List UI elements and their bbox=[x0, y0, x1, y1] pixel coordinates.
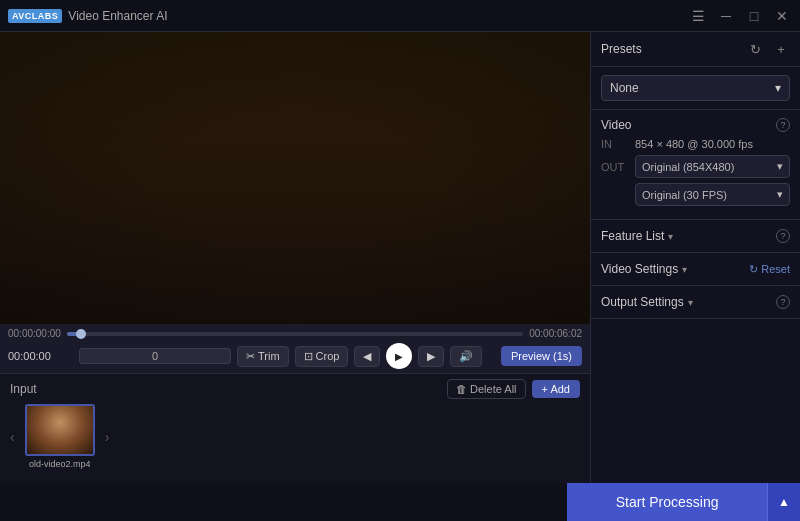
output-settings-section: Output Settings ▾ ? bbox=[591, 286, 800, 319]
video-settings-chevron: ▾ bbox=[682, 264, 687, 275]
video-overlay bbox=[0, 32, 590, 324]
file-thumbnail[interactable]: old-video2.mp4 bbox=[25, 404, 95, 469]
crop-icon: ⊡ bbox=[304, 350, 313, 363]
input-files-list: ‹ old-video2.mp4 › bbox=[0, 404, 590, 469]
presets-select-section: None ▾ bbox=[591, 67, 800, 110]
preview-button[interactable]: Preview (1s) bbox=[501, 346, 582, 366]
presets-selected: None bbox=[610, 81, 639, 95]
minimize-icon[interactable]: ─ bbox=[716, 6, 736, 26]
current-time: 00:00:00 bbox=[8, 350, 73, 362]
feature-list-header[interactable]: Feature List ▾ ? bbox=[591, 220, 800, 252]
scissors-icon: ✂ bbox=[246, 350, 255, 363]
output-settings-header[interactable]: Output Settings ▾ ? bbox=[591, 286, 800, 318]
play-button[interactable]: ▶ bbox=[386, 343, 412, 369]
feature-list-section: Feature List ▾ ? bbox=[591, 220, 800, 253]
timeline-start: 00:00:00:00 bbox=[8, 328, 61, 339]
trash-icon: 🗑 bbox=[456, 383, 467, 395]
main-content: 00:00:00:00 00:00:06:02 00:00:00 ✂ Trim … bbox=[0, 32, 800, 483]
chevron-down-icon: ▾ bbox=[777, 160, 783, 173]
chevron-up-icon: ▲ bbox=[778, 495, 790, 509]
thumb-scene bbox=[27, 406, 93, 454]
input-header: Input 🗑 Delete All + Add bbox=[0, 374, 590, 404]
volume-button[interactable]: 🔊 bbox=[450, 346, 482, 367]
controls-bar: 00:00:00:00 00:00:06:02 00:00:00 ✂ Trim … bbox=[0, 324, 590, 373]
chevron-down-icon: ▾ bbox=[775, 81, 781, 95]
add-button[interactable]: + Add bbox=[532, 380, 580, 398]
crop-button[interactable]: ⊡ Crop bbox=[295, 346, 349, 367]
output-settings-left: Output Settings ▾ bbox=[601, 295, 693, 309]
menu-icon[interactable]: ☰ bbox=[688, 6, 708, 26]
video-help-icon[interactable]: ? bbox=[776, 118, 790, 132]
expand-start-processing-button[interactable]: ▲ bbox=[767, 483, 800, 521]
reset-icon: ↻ bbox=[749, 263, 758, 276]
logo-icon: AVCLABS bbox=[8, 9, 62, 23]
timeline-track[interactable] bbox=[67, 332, 523, 336]
video-resolution-dropdown[interactable]: Original (854X480) ▾ bbox=[635, 155, 790, 178]
output-settings-help-icon[interactable]: ? bbox=[776, 295, 790, 309]
presets-title: Presets bbox=[601, 42, 642, 56]
bottom-bar: Start Processing ▲ bbox=[0, 483, 800, 521]
presets-header: Presets ↻ + bbox=[591, 32, 800, 67]
video-info-section: Video ? IN 854 × 480 @ 30.000 fps OUT Or… bbox=[591, 110, 800, 220]
video-fps-row: Original (30 FPS) ▾ bbox=[601, 183, 790, 206]
video-settings-left: Video Settings ▾ bbox=[601, 262, 687, 276]
start-processing-button[interactable]: Start Processing bbox=[567, 483, 767, 521]
next-frame-button[interactable]: ▶ bbox=[418, 346, 444, 367]
output-settings-title: Output Settings bbox=[601, 295, 684, 309]
frame-count-input[interactable] bbox=[79, 348, 231, 364]
refresh-icon[interactable]: ↻ bbox=[746, 40, 764, 58]
delete-all-button[interactable]: 🗑 Delete All bbox=[447, 379, 525, 399]
right-panel: Presets ↻ + None ▾ Video ? IN bbox=[590, 32, 800, 483]
app-title: Video Enhancer AI bbox=[68, 9, 167, 23]
left-panel: 00:00:00:00 00:00:06:02 00:00:00 ✂ Trim … bbox=[0, 32, 590, 483]
timeline-row: 00:00:00:00 00:00:06:02 bbox=[8, 328, 582, 339]
close-icon[interactable]: ✕ bbox=[772, 6, 792, 26]
video-settings-section: Video Settings ▾ ↻ Reset bbox=[591, 253, 800, 286]
feature-list-title: Feature List bbox=[601, 229, 664, 243]
presets-dropdown[interactable]: None ▾ bbox=[601, 75, 790, 101]
video-out-label: OUT bbox=[601, 161, 629, 173]
video-in-label: IN bbox=[601, 138, 629, 150]
files-next-arrow[interactable]: › bbox=[101, 425, 114, 449]
video-frame bbox=[0, 32, 590, 324]
thumb-label: old-video2.mp4 bbox=[29, 459, 91, 469]
files-prev-arrow[interactable]: ‹ bbox=[6, 425, 19, 449]
playback-row: 00:00:00 ✂ Trim ⊡ Crop ◀ ▶ ▶ 🔊 Preview (… bbox=[8, 343, 582, 369]
trim-button[interactable]: ✂ Trim bbox=[237, 346, 289, 367]
timeline-end: 00:00:06:02 bbox=[529, 328, 582, 339]
fps-value: Original (30 FPS) bbox=[642, 189, 727, 201]
timeline-thumb[interactable] bbox=[76, 329, 86, 339]
video-fps-dropdown[interactable]: Original (30 FPS) ▾ bbox=[635, 183, 790, 206]
input-label: Input bbox=[10, 382, 37, 396]
reset-button[interactable]: ↻ Reset bbox=[749, 263, 790, 276]
titlebar: AVCLABS Video Enhancer AI ☰ ─ □ ✕ bbox=[0, 0, 800, 32]
video-scene bbox=[0, 32, 590, 324]
video-settings-header[interactable]: Video Settings ▾ ↻ Reset bbox=[591, 253, 800, 285]
video-settings-title: Video Settings bbox=[601, 262, 678, 276]
app-logo: AVCLABS Video Enhancer AI bbox=[8, 9, 168, 23]
video-in-row: IN 854 × 480 @ 30.000 fps bbox=[601, 138, 790, 150]
video-section-header: Video ? bbox=[601, 118, 790, 132]
right-panel-scroll: Presets ↻ + None ▾ Video ? IN bbox=[591, 32, 800, 483]
feature-list-chevron: ▾ bbox=[668, 231, 673, 242]
feature-list-left: Feature List ▾ bbox=[601, 229, 673, 243]
input-section: Input 🗑 Delete All + Add ‹ old-video2.mp… bbox=[0, 373, 590, 483]
video-in-value: 854 × 480 @ 30.000 fps bbox=[635, 138, 753, 150]
add-preset-icon[interactable]: + bbox=[772, 40, 790, 58]
prev-frame-button[interactable]: ◀ bbox=[354, 346, 380, 367]
feature-list-help-icon[interactable]: ? bbox=[776, 229, 790, 243]
video-section-title: Video bbox=[601, 118, 631, 132]
resolution-value: Original (854X480) bbox=[642, 161, 734, 173]
maximize-icon[interactable]: □ bbox=[744, 6, 764, 26]
chevron-down-icon: ▾ bbox=[777, 188, 783, 201]
window-controls: ☰ ─ □ ✕ bbox=[688, 6, 792, 26]
input-actions: 🗑 Delete All + Add bbox=[447, 379, 580, 399]
thumb-image bbox=[25, 404, 95, 456]
video-out-row: OUT Original (854X480) ▾ bbox=[601, 155, 790, 178]
presets-actions: ↻ + bbox=[746, 40, 790, 58]
output-settings-chevron: ▾ bbox=[688, 297, 693, 308]
video-preview-area bbox=[0, 32, 590, 324]
